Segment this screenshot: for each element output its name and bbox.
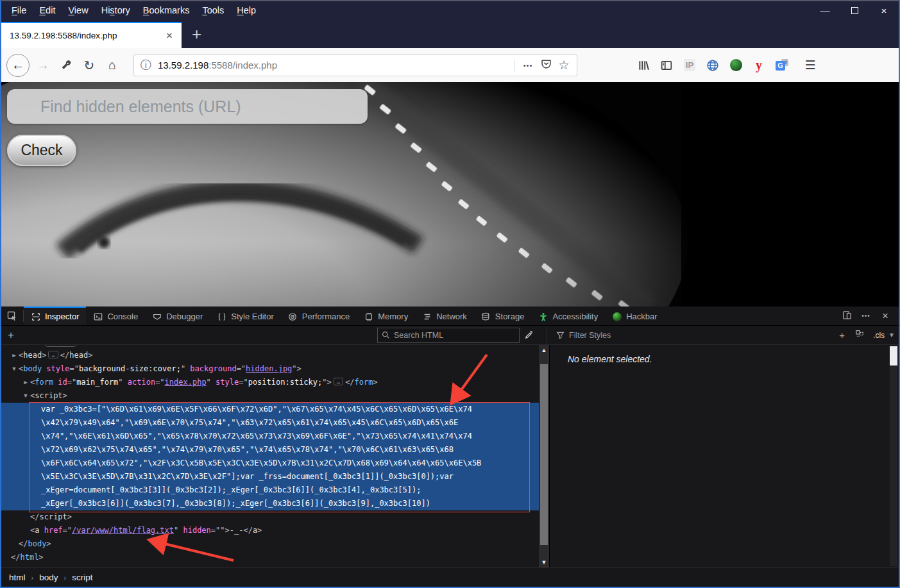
bookmark-star-icon[interactable]: ☆ (555, 58, 573, 72)
script-code-line: _xEger[_0x3bc3[6]](_0x3bc3[7],_0x3bc3[8]… (41, 497, 539, 510)
breadcrumb-item-script[interactable]: script (72, 573, 92, 582)
site-info-icon[interactable]: ⓘ (140, 58, 151, 72)
forward-button[interactable]: → (32, 55, 54, 76)
markup-node-row[interactable]: </html> (1, 551, 539, 564)
breadcrumb-item-body[interactable]: body (39, 573, 58, 582)
menu-file[interactable]: File (5, 3, 33, 18)
home-button[interactable]: ⌂ (101, 55, 123, 76)
toggle-classes-button[interactable]: .cls (869, 331, 888, 340)
ellipsis-badge[interactable]: … (48, 351, 58, 358)
scrollbar-thumb[interactable] (540, 364, 548, 545)
responsive-design-icon[interactable] (838, 310, 855, 322)
find-hidden-elements-input[interactable] (7, 89, 368, 124)
ip-extension-icon[interactable]: IP (680, 56, 699, 75)
devtools-tab-hackbar[interactable]: Hackbar (605, 307, 664, 325)
scroll-down-icon[interactable]: ▼ (539, 557, 549, 567)
selected-script-code[interactable]: var _0x3bc3=["\x6D\x61\x69\x6E\x5F\x66\x… (1, 403, 539, 510)
browser-tab[interactable]: 13.59.2.198:5588/index.php × (1, 22, 182, 48)
devtools-meatball-icon[interactable]: ••• (858, 312, 874, 319)
rules-scrollbar[interactable] (890, 346, 897, 566)
scroll-up-icon[interactable]: ▲ (539, 345, 549, 355)
devtools-tab-storage[interactable]: Storage (474, 307, 532, 325)
markup-node-row[interactable]: </script> (1, 510, 539, 524)
markup-node-row[interactable]: </body> (1, 537, 539, 551)
search-html-box[interactable] (377, 328, 520, 343)
page-actions-icon[interactable]: ••• (519, 62, 537, 69)
markup-node-row[interactable]: ▶<head>…</head> (1, 349, 539, 362)
markup-token: style (42, 364, 69, 373)
green-globe-extension-icon[interactable] (726, 56, 745, 75)
tab-close-icon[interactable]: × (164, 29, 175, 42)
debugger-icon (152, 312, 162, 321)
filter-styles-box[interactable] (552, 328, 834, 343)
maximize-button[interactable] (840, 1, 869, 19)
print-simulation-icon[interactable] (850, 330, 869, 340)
markup-node-row[interactable]: ▼<script> (1, 389, 539, 403)
reload-button[interactable]: ↻ (78, 55, 100, 76)
add-node-button[interactable]: + (1, 329, 21, 342)
attribute-link[interactable]: hidden.jpg (246, 364, 292, 373)
markup-scrollbar[interactable]: ▲ ▼ (539, 345, 549, 567)
markup-node-row[interactable]: ▶<form id="main_form" action="index.php"… (1, 376, 539, 389)
markup-token: > (225, 526, 230, 535)
devtools-tab-style-editor[interactable]: Style Editor (210, 307, 280, 325)
network-icon (422, 312, 432, 321)
menu-help[interactable]: Help (230, 3, 262, 18)
expand-arrow-icon[interactable]: ▶ (10, 349, 19, 362)
pocket-icon[interactable] (537, 58, 555, 72)
chevron-down-icon[interactable]: ▼ (888, 332, 896, 339)
markup-token: form (355, 378, 373, 387)
close-button[interactable]: × (869, 1, 899, 19)
new-tab-button[interactable]: + (182, 24, 212, 48)
markup-token: form (35, 378, 53, 387)
devtools-toolbar: + + .cls (1, 326, 899, 345)
menu-edit[interactable]: Edit (33, 3, 62, 18)
devtools-tab-inspector[interactable]: Inspector (24, 307, 86, 325)
url-text[interactable]: 13.59.2.198:5588/index.php (158, 60, 511, 71)
expand-arrow-icon[interactable]: ▶ (21, 376, 30, 389)
filter-styles-input[interactable] (569, 331, 830, 340)
script-code-line: _xEger=document[_0x3bc3[3]](_0x3bc3[2]);… (41, 483, 539, 497)
devtools-tab-console[interactable]: Console (86, 307, 145, 325)
menu-view[interactable]: View (62, 3, 94, 18)
devtools-close-icon[interactable]: × (877, 310, 894, 323)
check-button[interactable]: Check (7, 135, 76, 166)
eyedropper-icon[interactable] (525, 331, 533, 339)
markup-token: head (23, 351, 42, 360)
breadcrumb-item-html[interactable]: html (9, 573, 26, 582)
attribute-link[interactable]: index.php (165, 378, 207, 387)
markup-node-row[interactable]: <a href="/var/www/html/flag.txt" hidden=… (1, 524, 539, 537)
devtools-tab-network[interactable]: Network (415, 307, 474, 325)
expand-arrow-icon[interactable]: ▼ (10, 362, 19, 376)
devtools-tab-memory[interactable]: Memory (357, 307, 415, 325)
y-extension-icon[interactable]: y (749, 56, 768, 75)
wrench-icon[interactable] (55, 55, 77, 76)
markup-token: background-size:cover; (79, 364, 181, 373)
sidebar-icon[interactable] (657, 56, 676, 75)
menu-bookmarks[interactable]: Bookmarks (137, 3, 196, 18)
devtools-tab-accessibility[interactable]: Accessibility (531, 307, 605, 325)
library-icon[interactable] (634, 56, 653, 75)
markup-token: </ (345, 378, 354, 387)
expand-arrow-icon[interactable]: ▼ (21, 389, 30, 403)
devtools-tab-debugger[interactable]: Debugger (145, 307, 210, 325)
devtools-tab-performance[interactable]: Performance (281, 307, 357, 325)
markup-token: " (118, 378, 123, 387)
markup-token: =" (239, 378, 248, 387)
menu-history[interactable]: History (95, 3, 137, 18)
back-button[interactable]: ← (6, 54, 30, 77)
menu-tools[interactable]: Tools (196, 3, 230, 18)
attribute-link[interactable]: /var/www/html/flag.txt (72, 526, 174, 535)
proxy-globe-icon[interactable] (703, 56, 722, 75)
ellipsis-badge[interactable]: … (334, 378, 343, 385)
script-code-line: \x74","\x6E\x61\x6D\x65","\x65\x78\x70\x… (41, 430, 539, 443)
search-html-input[interactable] (394, 331, 515, 340)
url-bar[interactable]: ⓘ 13.59.2.198:5588/index.php ••• ☆ (133, 55, 577, 76)
app-menu-icon[interactable]: ☰ (799, 55, 821, 76)
minimize-button[interactable]: — (810, 1, 840, 19)
add-rule-button[interactable]: + (834, 330, 850, 340)
translate-extension-icon[interactable]: ⇄G (772, 56, 792, 75)
pick-element-icon[interactable] (1, 307, 23, 325)
markup-node-row[interactable]: ▼<body style="background-size:cover;" ba… (1, 362, 539, 376)
markup-token: =" (237, 364, 246, 373)
